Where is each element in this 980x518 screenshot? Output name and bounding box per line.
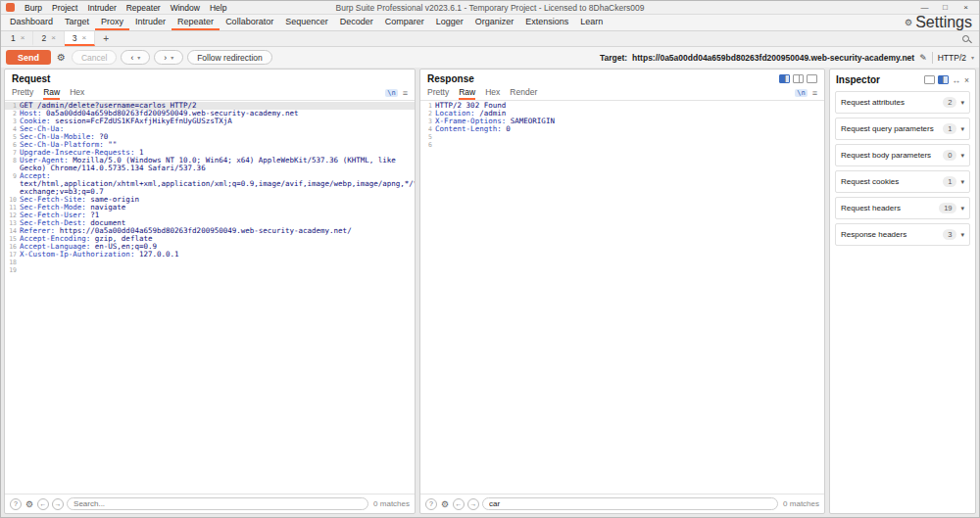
editor-menu-icon[interactable]: ≡ [812, 88, 817, 98]
layout-tabs-icon[interactable] [807, 74, 817, 83]
inspector-section-request-query-parameters[interactable]: Request query parameters1▾ [835, 118, 970, 140]
tab-pretty[interactable]: Pretty [12, 86, 33, 100]
maximize-button[interactable]: □ [935, 3, 956, 12]
inspector-section-response-headers[interactable]: Response headers3▾ [835, 223, 970, 246]
layout-columns-icon[interactable] [779, 74, 790, 83]
tab-hex[interactable]: Hex [485, 86, 500, 100]
layout-rows-icon[interactable] [793, 74, 804, 83]
menu-project[interactable]: Project [47, 3, 82, 13]
repeater-tab-1[interactable]: 1× [3, 31, 33, 46]
line-number: 9 [5, 172, 20, 196]
response-editor-icons: \n ≡ [795, 88, 817, 98]
response-editor[interactable]: 1HTTP/2 302 Found2Location: /admin3X-Fra… [420, 101, 824, 494]
close-icon[interactable]: × [964, 75, 969, 85]
request-search-input[interactable] [67, 497, 368, 510]
next-match-icon[interactable]: → [467, 498, 479, 510]
follow-redirection-button[interactable]: Follow redirection [187, 50, 272, 65]
main-tab-comparer[interactable]: Comparer [379, 15, 430, 30]
search-icon[interactable] [962, 35, 969, 42]
response-editor-tab-items: PrettyRawHexRender [427, 86, 547, 100]
main-tab-sequencer[interactable]: Sequencer [279, 15, 334, 30]
line-number: 6 [5, 141, 20, 149]
dock-panel-icon[interactable] [938, 75, 949, 84]
main-tab-decoder[interactable]: Decoder [334, 15, 379, 30]
header-name: Content-Length: [435, 124, 502, 133]
main-tab-logger[interactable]: Logger [430, 15, 469, 30]
inspector-section-label: Response headers [841, 230, 943, 239]
dock-side-icon[interactable] [924, 75, 935, 84]
main-tab-extensions[interactable]: Extensions [519, 15, 574, 30]
editor-menu-icon[interactable]: ≡ [403, 88, 408, 98]
tab-hex[interactable]: Hex [70, 86, 84, 100]
collapse-icon[interactable]: ↔ [953, 75, 961, 85]
main-tab-learn[interactable]: Learn [574, 15, 609, 30]
editor-line: 19 [5, 266, 415, 274]
http-version-dropdown[interactable]: HTTP/2 ▾ [938, 53, 974, 63]
target-area: Target: https://0a5a00dd04a659bd80263fd2… [600, 52, 974, 64]
inspector-section-request-cookies[interactable]: Request cookies1▾ [835, 170, 970, 193]
tab-render[interactable]: Render [510, 86, 537, 100]
main-tab-intruder[interactable]: Intruder [129, 15, 172, 30]
response-panel-title: Response [427, 73, 474, 84]
response-search-input[interactable] [482, 497, 778, 510]
next-match-icon[interactable]: → [52, 498, 64, 510]
repeater-tab-label: 3 [73, 33, 77, 43]
header-name: X-Custom-Ip-Authorization: [20, 250, 134, 259]
prev-match-icon[interactable]: ← [37, 498, 49, 510]
chevron-down-icon: ▾ [960, 99, 964, 107]
tab-pretty[interactable]: Pretty [427, 86, 449, 100]
menu-repeater[interactable]: Repeater [122, 3, 166, 13]
inspector-section-request-headers[interactable]: Request headers19▾ [835, 197, 970, 219]
main-tab-target[interactable]: Target [59, 15, 95, 30]
burp-logo-icon [6, 3, 15, 12]
repeater-tab-3[interactable]: 3× [65, 31, 95, 46]
inspector-section-request-attributes[interactable]: Request attributes2▾ [835, 91, 970, 114]
inspector-section-label: Request query parameters [841, 124, 943, 133]
gear-icon[interactable]: ⚙ [440, 499, 450, 509]
add-tab-button[interactable]: + [95, 31, 117, 46]
tab-raw[interactable]: Raw [43, 86, 60, 100]
close-tab-icon[interactable]: × [51, 33, 56, 42]
main-tab-proxy[interactable]: Proxy [95, 15, 129, 30]
line-number: 5 [5, 133, 20, 141]
send-button[interactable]: Send [6, 50, 51, 65]
menu-help[interactable]: Help [205, 3, 231, 13]
gear-icon[interactable]: ⚙ [24, 499, 34, 509]
menu-intruder[interactable]: Intruder [82, 3, 121, 13]
count-badge: 1 [943, 123, 956, 134]
help-icon[interactable]: ? [10, 498, 22, 510]
tab-raw[interactable]: Raw [459, 86, 475, 100]
repeater-tab-2[interactable]: 2× [33, 31, 64, 46]
main-tab-collaborator[interactable]: Collaborator [220, 15, 279, 30]
response-match-count: 0 matches [781, 499, 819, 508]
count-badge: 1 [943, 176, 956, 187]
show-newlines-icon[interactable]: \n [795, 89, 807, 97]
main-tab-dashboard[interactable]: Dashboard [4, 15, 59, 30]
prev-match-icon[interactable]: ← [453, 498, 465, 510]
menu-burp[interactable]: Burp [20, 3, 47, 13]
main-tab-organizer[interactable]: Organizer [469, 15, 520, 30]
forward-button[interactable]: › ▾ [154, 50, 183, 65]
close-button[interactable]: × [956, 3, 976, 12]
request-editor[interactable]: 1GET /admin/delete?username=carlos HTTP/… [5, 101, 415, 494]
menu-window[interactable]: Window [166, 3, 205, 13]
close-tab-icon[interactable]: × [82, 33, 87, 42]
line-number: 4 [5, 125, 20, 133]
settings-button[interactable]: ⚙ Settings [905, 15, 979, 30]
editor-line-text [435, 133, 824, 141]
main-tab-repeater[interactable]: Repeater [172, 15, 220, 30]
inspector-section-request-body-parameters[interactable]: Request body parameters0▾ [835, 144, 970, 166]
close-tab-icon[interactable]: × [21, 33, 25, 42]
line-number: 13 [5, 219, 20, 227]
edit-target-icon[interactable]: ✎ [919, 53, 927, 63]
gear-icon[interactable]: ⚙ [55, 52, 68, 63]
target-url: https://0a5a00dd04a659bd80263fd200950049… [632, 53, 914, 63]
line-number: 12 [5, 212, 20, 219]
cancel-button[interactable]: Cancel [72, 50, 117, 65]
line-number: 11 [5, 204, 20, 212]
help-icon[interactable]: ? [425, 498, 437, 510]
minimize-button[interactable]: — [914, 3, 935, 12]
request-search-bar: ? ⚙ ← → 0 matches [5, 494, 415, 513]
show-newlines-icon[interactable]: \n [385, 89, 397, 97]
back-button[interactable]: ‹ ▾ [121, 50, 150, 65]
